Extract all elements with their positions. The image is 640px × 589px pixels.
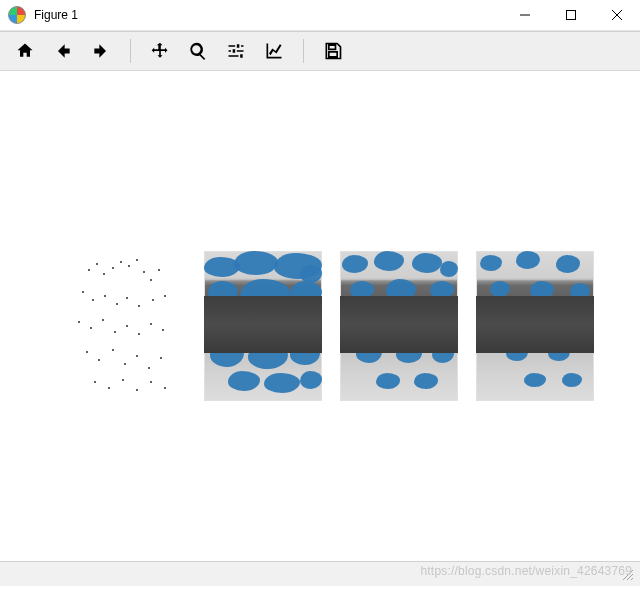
zoom-icon (188, 41, 208, 61)
home-icon (15, 41, 35, 61)
minimize-button[interactable] (502, 0, 548, 30)
maximize-icon (566, 10, 576, 20)
maximize-button[interactable] (548, 0, 594, 30)
save-button[interactable] (316, 36, 350, 66)
close-icon (612, 10, 622, 20)
subplot-1 (68, 251, 186, 401)
resize-grip-icon (620, 567, 634, 581)
statusbar: https://blog.csdn.net/weixin_42643769 (0, 561, 640, 586)
toolbar-separator (130, 39, 131, 63)
toolbar (0, 31, 640, 71)
close-button[interactable] (594, 0, 640, 30)
chart-line-icon (264, 41, 284, 61)
svg-rect-1 (567, 11, 576, 20)
window-title: Figure 1 (34, 8, 78, 22)
figure-canvas[interactable] (0, 71, 640, 561)
forward-button[interactable] (84, 36, 118, 66)
resize-grip[interactable] (620, 567, 634, 581)
toolbar-separator (303, 39, 304, 63)
svg-line-6 (631, 578, 633, 580)
watermark-text: https://blog.csdn.net/weixin_42643769 (420, 564, 632, 578)
save-icon (323, 41, 343, 61)
subplot-2 (204, 251, 322, 401)
zoom-button[interactable] (181, 36, 215, 66)
back-button[interactable] (46, 36, 80, 66)
app-icon (8, 6, 26, 24)
arrow-right-icon (91, 41, 111, 61)
arrow-left-icon (53, 41, 73, 61)
subplot-3 (340, 251, 458, 401)
pan-button[interactable] (143, 36, 177, 66)
move-icon (150, 41, 170, 61)
subplot-4 (476, 251, 594, 401)
configure-subplots-button[interactable] (219, 36, 253, 66)
home-button[interactable] (8, 36, 42, 66)
minimize-icon (520, 10, 530, 20)
sliders-icon (226, 41, 246, 61)
edit-axes-button[interactable] (257, 36, 291, 66)
titlebar: Figure 1 (0, 0, 640, 31)
